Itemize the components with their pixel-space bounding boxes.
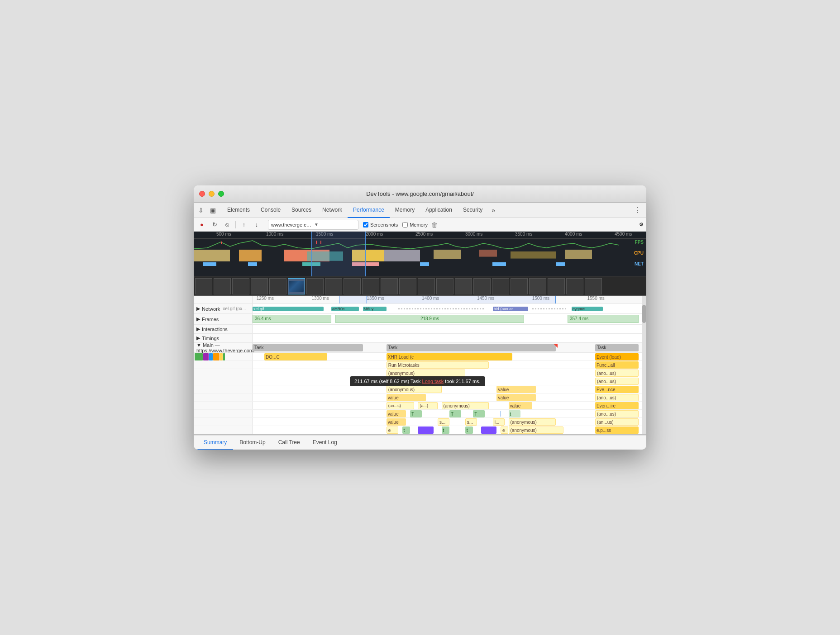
record-button[interactable]: ● (196, 219, 207, 230)
screenshot-thumb[interactable] (566, 278, 583, 294)
trash-button[interactable]: 🗑 (430, 221, 439, 228)
screenshot-thumb[interactable] (251, 278, 268, 294)
tab-settings-button[interactable]: ⋮ (630, 206, 644, 214)
bottom-tab-bottom-up[interactable]: Bottom-Up (233, 436, 272, 450)
net-bar-aHR0c[interactable]: aHR0c (331, 307, 359, 311)
bottom-tab-event-log[interactable]: Event Log (306, 436, 344, 450)
interactions-track-label[interactable]: ▶ Interactions (194, 325, 253, 333)
screenshot-thumb[interactable] (455, 278, 472, 294)
screenshot-thumb-highlighted[interactable] (288, 278, 305, 294)
flame-XHR-load[interactable]: XHR Load (c (387, 353, 512, 360)
flame-t-row10-3[interactable]: t (465, 426, 473, 434)
timeline-overview[interactable]: 500 ms 1000 ms 1500 ms 2000 ms 2500 ms 3… (194, 232, 646, 277)
download-button[interactable]: ↓ (251, 219, 262, 230)
screenshot-thumb[interactable] (325, 278, 342, 294)
flame-run-microtasks[interactable]: Run Microtasks (387, 361, 489, 369)
flame-purple-2[interactable] (481, 426, 497, 434)
flame-ano-us-3[interactable]: (ano...us) (595, 394, 639, 401)
maximize-button[interactable] (218, 191, 224, 197)
screenshot-thumb[interactable] (214, 278, 231, 294)
screenshots-checkbox-wrap[interactable]: Screenshots (363, 222, 398, 227)
tab-more-button[interactable]: » (488, 207, 499, 214)
flame-s-1[interactable]: s... (438, 418, 449, 426)
upload-button[interactable]: ↑ (239, 219, 249, 230)
url-input-wrap[interactable]: www.theverge.com #1 ▼ (268, 220, 358, 230)
flame-e-install[interactable]: e.install (387, 378, 449, 385)
flame-ep-ss[interactable]: e.p...ss (595, 426, 639, 434)
flame-purple-1[interactable] (418, 426, 434, 434)
net-bar-bid[interactable]: bid (aax.ar (493, 307, 528, 311)
task-block-3[interactable]: Task (595, 344, 639, 351)
screenshot-thumb[interactable] (269, 278, 286, 294)
tab-security[interactable]: Security (458, 203, 488, 218)
scrollbar-track[interactable] (642, 296, 646, 434)
flame-DO-C[interactable]: DO...C (264, 353, 327, 360)
flame-value-5[interactable]: value (387, 410, 406, 417)
flame-value-3[interactable]: value (496, 394, 536, 401)
flame-even-ire[interactable]: Even...ire (595, 402, 639, 409)
tab-network[interactable]: Network (317, 203, 348, 218)
flame-ano-us-4[interactable]: (ano...us) (595, 410, 639, 417)
screenshot-thumb[interactable] (585, 278, 602, 294)
screenshot-thumb[interactable] (418, 278, 435, 294)
dock-icon[interactable]: ▣ (207, 205, 218, 216)
flame-event-load[interactable]: Event (load) (595, 353, 639, 360)
flame-anonymous-5[interactable]: (anonymous) (509, 426, 564, 434)
network-track-label[interactable]: ▶ Network xel.gif (px... (194, 304, 253, 313)
scrollbar-thumb[interactable] (642, 305, 646, 323)
screenshot-thumb[interactable] (511, 278, 528, 294)
net-bar-M6Ly[interactable]: M6Ly... (363, 307, 387, 311)
flame-an-s[interactable]: (an...s) (387, 402, 414, 409)
flame-eve-nce[interactable]: Eve...nce (595, 386, 639, 393)
flame-anonymous-2[interactable]: (anonymous) (387, 386, 442, 393)
screenshot-thumb[interactable] (529, 278, 546, 294)
task-block-1[interactable]: Task (253, 344, 363, 351)
close-button[interactable] (199, 191, 205, 197)
screenshot-thumb[interactable] (492, 278, 509, 294)
settings-button[interactable]: ⚙ (639, 222, 644, 227)
bottom-tab-call-tree[interactable]: Call Tree (272, 436, 306, 450)
screenshot-thumb[interactable] (232, 278, 249, 294)
flame-value-2[interactable]: value (387, 394, 426, 401)
frame-bar-1[interactable]: 36.4 ms (253, 315, 331, 323)
screenshot-thumb[interactable] (381, 278, 398, 294)
flame-e-2[interactable]: e (501, 426, 508, 434)
screenshot-thumb[interactable] (344, 278, 361, 294)
memory-checkbox[interactable] (402, 222, 408, 227)
reload-button[interactable]: ↻ (209, 219, 220, 230)
screenshot-thumb[interactable] (548, 278, 565, 294)
main-thread-label[interactable]: ▼ Main — https://www.theverge.com/ (194, 343, 253, 352)
clear-button[interactable]: ⦸ (222, 219, 233, 230)
screenshots-checkbox[interactable] (363, 222, 368, 227)
frame-bar-3[interactable]: 357.4 ms (568, 315, 639, 323)
flame-value-1[interactable]: value (496, 386, 536, 393)
net-bar-cygnus[interactable]: cygnus (572, 307, 603, 311)
screenshot-thumb[interactable] (436, 278, 453, 294)
flame-e-1[interactable]: e (387, 426, 398, 434)
tab-console[interactable]: Console (255, 203, 286, 218)
screenshot-thumb[interactable] (473, 278, 491, 294)
flame-anonymous-3[interactable]: (anonymous) (442, 402, 489, 409)
flame-s-2[interactable]: s... (465, 418, 477, 426)
flame-func-all[interactable]: Func...all (595, 361, 639, 369)
bottom-tab-summary[interactable]: Summary (197, 436, 233, 450)
flame-T-3[interactable]: T (473, 410, 485, 417)
screenshot-thumb[interactable] (362, 278, 379, 294)
flame-anonymous-4[interactable]: (anonymous) (509, 418, 556, 426)
tab-elements[interactable]: Elements (222, 203, 255, 218)
task-block-2[interactable]: Task (387, 344, 556, 351)
flame-t-row10-1[interactable]: t (402, 426, 410, 434)
flame-T-1[interactable]: T (410, 410, 422, 417)
tab-application[interactable]: Application (420, 203, 458, 218)
timings-track-label[interactable]: ▶ Timings (194, 334, 253, 342)
flame-an-us-5[interactable]: (an...us) (595, 418, 639, 426)
tab-memory[interactable]: Memory (390, 203, 420, 218)
tab-sources[interactable]: Sources (286, 203, 317, 218)
flame-value-6[interactable]: value (387, 418, 406, 426)
memory-checkbox-wrap[interactable]: Memory (402, 222, 428, 227)
flame-t-1[interactable]: t (509, 410, 520, 417)
frame-bar-2[interactable]: 218.9 ms (335, 315, 525, 323)
flame-value-4[interactable]: value (509, 402, 532, 409)
screenshot-thumb[interactable] (306, 278, 324, 294)
flame-anonymous-1[interactable]: (anonymous) (387, 370, 465, 377)
